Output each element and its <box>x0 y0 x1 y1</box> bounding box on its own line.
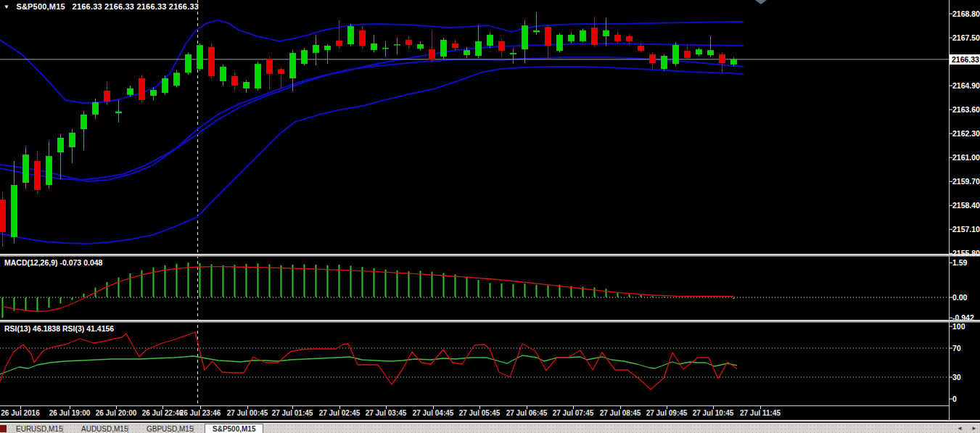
panel-separator-macd[interactable] <box>0 254 980 257</box>
macd-axis-label: 1.59 <box>952 258 980 267</box>
statusbar-separator <box>0 420 980 422</box>
price-axis-label: 2167.50 <box>952 33 980 42</box>
price-axis-label: 2159.70 <box>952 177 980 186</box>
price-axis-label: 2162.30 <box>952 129 980 138</box>
price-axis-label: 2158.40 <box>952 201 980 210</box>
current-price-badge: 2166.33 <box>950 54 980 65</box>
tab-separator: | <box>192 424 194 433</box>
price-axis-label: 2164.90 <box>952 81 980 90</box>
chart-shift-marker-icon[interactable] <box>755 0 767 4</box>
symbol-dropdown-icon[interactable]: ▼ <box>4 4 9 10</box>
tab-gbpusd-m15[interactable]: GBPUSD,M15 <box>139 424 200 433</box>
tab-s-p500-m15[interactable]: S&P500,M15 <box>205 424 263 433</box>
time-axis-label: 27 Jul 11:45 <box>730 409 791 417</box>
rsi-axis-label: 100 <box>952 322 980 331</box>
rsi-axis-label: 70 <box>952 344 980 352</box>
tabbar-corner-mark <box>0 425 7 432</box>
tab-scroll-left-icon[interactable]: ◄ <box>956 424 963 432</box>
rsi-axis-label: 0 <box>952 395 980 403</box>
price-axis-label: 2168.80 <box>952 9 980 18</box>
symbol-quotes: 2166.33 2166.33 2166.33 2166.33 <box>73 2 199 11</box>
price-axis-label: 2161.00 <box>952 153 980 162</box>
tab-scroll-right-icon[interactable]: ► <box>971 424 978 432</box>
price-axis-label: 2155.80 <box>952 249 980 257</box>
price-axis-label: 2157.10 <box>952 225 980 234</box>
label-overlay: ▼ S&P500,M15 2166.33 2166.33 2166.33 216… <box>0 0 980 433</box>
rsi-axis-label: 30 <box>952 373 980 382</box>
rsi-indicator-label: RSI(13) 46.1838 RSI(3) 41.4156 <box>4 324 114 333</box>
panel-separator-rsi[interactable] <box>0 320 980 323</box>
macd-indicator-label: MACD(12,26,9) -0.073 0.048 <box>4 258 102 267</box>
price-axis-label: 2163.60 <box>952 105 980 114</box>
tab-separator: | <box>62 424 64 433</box>
tab-eurusd-m15[interactable]: EURUSD,M15 <box>9 424 70 433</box>
macd-axis-label: 0.00 <box>952 293 980 302</box>
tab-audusd-m15[interactable]: AUDUSD,M15 <box>74 424 135 433</box>
symbol-header: ▼ S&P500,M15 2166.33 2166.33 2166.33 216… <box>4 2 199 11</box>
chart-tab-bar: EURUSD,M15|AUDUSD,M15|GBPUSD,M15|S&P500,… <box>0 423 980 433</box>
symbol-name: S&P500,M15 <box>16 2 65 11</box>
time-axis-border <box>0 405 950 406</box>
tab-separator: | <box>127 424 129 433</box>
trading-terminal-window: ▼ S&P500,M15 2166.33 2166.33 2166.33 216… <box>0 0 980 433</box>
macd-axis-label: -0.942 <box>952 313 980 322</box>
